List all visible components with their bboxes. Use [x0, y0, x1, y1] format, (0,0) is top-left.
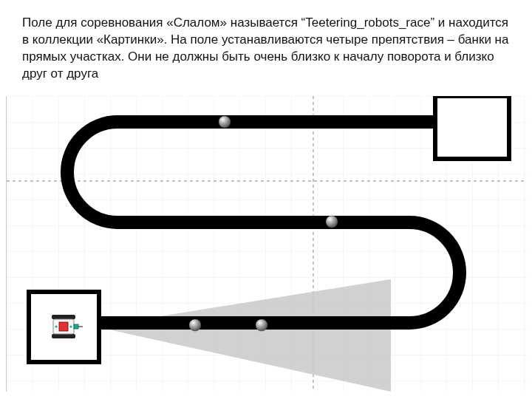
svg-rect-1 [52, 334, 75, 338]
instruction-text: Поле для соревнования «Слалом» называетс… [22, 15, 510, 83]
svg-rect-0 [52, 315, 75, 319]
svg-point-5 [55, 325, 57, 327]
slalom-field [6, 96, 527, 392]
obstacle-2 [326, 216, 338, 228]
obstacle-3 [189, 319, 201, 331]
finish-box [435, 96, 509, 159]
svg-rect-4 [74, 324, 78, 329]
field-svg [7, 96, 527, 392]
svg-point-6 [69, 325, 72, 327]
obstacle-4 [256, 319, 267, 331]
obstacle-1 [219, 116, 231, 128]
svg-rect-3 [59, 322, 68, 331]
